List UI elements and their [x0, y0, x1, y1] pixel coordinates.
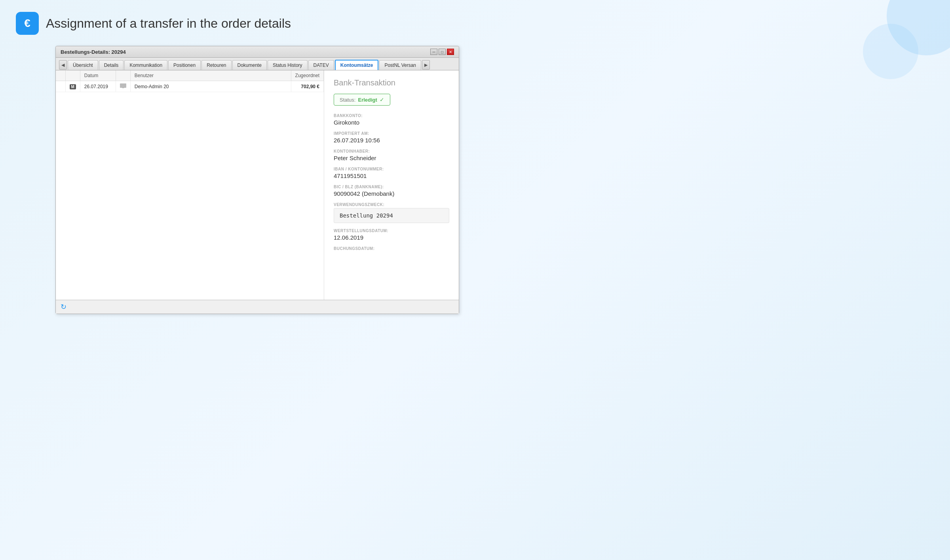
col-header-check	[56, 70, 65, 81]
detail-value-iban: 4711951501	[334, 172, 449, 179]
detail-label-verwendungszweck: VERWENDUNGSZWECK:	[334, 202, 449, 207]
status-label: Status:	[340, 97, 355, 103]
row-type: M	[65, 81, 80, 92]
detail-label-wertstellung: WERTSTELLUNGSDATUM:	[334, 229, 449, 233]
detail-kontoinhaber: KONTOINHABER: Peter Schneider	[334, 149, 449, 161]
detail-value-wertstellung: 12.06.2019	[334, 234, 449, 241]
table-header-row: Datum Benutzer Zugeordnet	[56, 70, 324, 81]
tab-dokumente[interactable]: Dokumente	[232, 60, 267, 70]
window-controls: ─ □ ✕	[430, 49, 454, 55]
row-benutzer: Demo-Admin 20	[130, 81, 291, 92]
tab-uebersicht[interactable]: Übersicht	[68, 60, 98, 70]
detail-value-verwendungszweck: Bestellung 20294	[334, 208, 449, 223]
refresh-icon[interactable]: ↻	[61, 303, 69, 311]
type-badge: M	[70, 84, 76, 89]
svg-rect-0	[120, 83, 126, 88]
tab-kontoumsaetze[interactable]: Kontoumsätze	[335, 60, 379, 70]
tab-details[interactable]: Details	[99, 60, 124, 70]
window-content: Datum Benutzer Zugeordnet M 26.07.2019	[56, 70, 459, 300]
tab-nav-next[interactable]: ▶	[422, 60, 430, 70]
right-panel: Bank-Transaktion Status: Erledigt ✓ BANK…	[324, 70, 459, 300]
message-icon	[120, 83, 126, 88]
close-button[interactable]: ✕	[447, 49, 454, 55]
detail-label-bankkonto: BANKKONTO:	[334, 114, 449, 118]
row-datum: 26.07.2019	[80, 81, 116, 92]
minimize-button[interactable]: ─	[430, 49, 437, 55]
row-check	[56, 81, 65, 92]
status-badge: Status: Erledigt ✓	[334, 94, 390, 106]
window-titlebar: Bestellungs-Details: 20294 ─ □ ✕	[56, 46, 459, 58]
detail-label-iban: IBAN / KONTONUMMER:	[334, 167, 449, 171]
detail-value-kontoinhaber: Peter Schneider	[334, 155, 449, 161]
col-header-type	[65, 70, 80, 81]
detail-label-importiert: IMPORTIERT AM:	[334, 131, 449, 136]
tab-retouren[interactable]: Retouren	[201, 60, 231, 70]
detail-wertstellungsdatum: WERTSTELLUNGSDATUM: 12.06.2019	[334, 229, 449, 241]
detail-value-importiert: 26.07.2019 10:56	[334, 137, 449, 144]
tab-nav-prev[interactable]: ◀	[59, 60, 67, 70]
tab-status-history[interactable]: Status History	[268, 60, 308, 70]
bank-transaction-title: Bank-Transaktion	[334, 78, 449, 87]
tab-positionen[interactable]: Positionen	[168, 60, 201, 70]
col-header-benutzer: Benutzer	[130, 70, 291, 81]
tab-datev[interactable]: DATEV	[308, 60, 334, 70]
tab-kommunikation[interactable]: Kommunikation	[124, 60, 167, 70]
col-header-datum: Datum	[80, 70, 116, 81]
window-title: Bestellungs-Details: 20294	[61, 49, 126, 55]
detail-label-kontoinhaber: KONTOINHABER:	[334, 149, 449, 153]
detail-importiert-am: IMPORTIERT AM: 26.07.2019 10:56	[334, 131, 449, 144]
page-header: € Assignment of a transfer in the order …	[16, 12, 934, 35]
row-zugeordnet: 702,90 €	[291, 81, 323, 92]
detail-value-bic: 90090042 (Demobank)	[334, 190, 449, 197]
status-check-icon: ✓	[380, 96, 384, 103]
detail-label-buchungsdatum: BUCHUNGSDATUM:	[334, 246, 449, 251]
left-panel: Datum Benutzer Zugeordnet M 26.07.2019	[56, 70, 324, 300]
detail-label-bic: BIC / BLZ (BANKNAME):	[334, 185, 449, 189]
app-icon: €	[16, 12, 39, 35]
detail-iban: IBAN / KONTONUMMER: 4711951501	[334, 167, 449, 179]
page-title: Assignment of a transfer in the order de…	[46, 16, 291, 31]
col-header-icon	[116, 70, 130, 81]
col-header-zugeordnet: Zugeordnet	[291, 70, 323, 81]
detail-verwendungszweck: VERWENDUNGSZWECK: Bestellung 20294	[334, 202, 449, 223]
row-icon	[116, 81, 130, 92]
table-row[interactable]: M 26.07.2019 Demo-Admin 20 702,90 €	[56, 81, 324, 92]
window-footer: ↻	[56, 300, 459, 314]
tab-postnl[interactable]: PostNL Versan	[379, 60, 421, 70]
detail-value-bankkonto: Girokonto	[334, 119, 449, 126]
maximize-button[interactable]: □	[439, 49, 446, 55]
status-value: Erledigt	[358, 97, 377, 103]
detail-buchungsdatum: BUCHUNGSDATUM:	[334, 246, 449, 251]
tab-bar: ◀ Übersicht Details Kommunikation Positi…	[56, 58, 459, 70]
detail-bankkonto: BANKKONTO: Girokonto	[334, 114, 449, 126]
transactions-table: Datum Benutzer Zugeordnet M 26.07.2019	[56, 70, 324, 92]
main-window: Bestellungs-Details: 20294 ─ □ ✕ ◀ Übers…	[55, 46, 459, 314]
detail-bic: BIC / BLZ (BANKNAME): 90090042 (Demobank…	[334, 185, 449, 197]
